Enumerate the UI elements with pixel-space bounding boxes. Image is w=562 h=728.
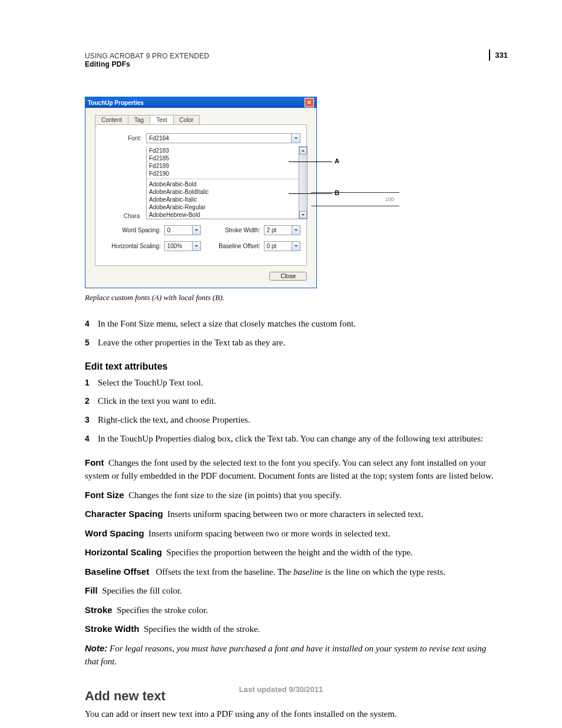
def-char-spacing: Character Spacing Inserts uniform spacin…: [85, 508, 498, 521]
callout-leader: [289, 193, 332, 194]
def-word-spacing: Word Spacing Inserts uniform spacing bet…: [85, 527, 498, 541]
def-baseline-offset: Baseline Offset Offsets the text from th…: [85, 565, 498, 579]
close-button[interactable]: Close: [269, 272, 307, 281]
close-icon[interactable]: ✕: [305, 98, 314, 107]
step-2: Click in the text you want to edit.: [85, 395, 498, 408]
step-4: In the Font Size menu, select a size tha…: [85, 318, 498, 331]
callout-leader: [289, 162, 332, 162]
tab-tag[interactable]: Tag: [128, 115, 150, 124]
char-label-fragment: Chara: [124, 213, 140, 219]
tab-strip: Content Tag Text Color: [95, 115, 316, 124]
def-font-size: Font Size Changes the font size to the s…: [85, 489, 498, 502]
list-item[interactable]: AdobeArabic-Italic: [147, 196, 307, 203]
footer-updated: Last updated 9/30/2011: [0, 685, 562, 694]
horizontal-scaling-label: Horizontal Scaling:: [101, 243, 164, 249]
chevron-down-icon[interactable]: [193, 241, 201, 251]
tab-text[interactable]: Text: [150, 115, 173, 124]
tab-content[interactable]: Content: [95, 115, 128, 124]
word-spacing-label: Word Spacing:: [101, 227, 164, 233]
stroke-width-label: Stroke Width:: [215, 227, 264, 233]
step-1: Select the TouchUp Text tool.: [85, 377, 498, 390]
font-dropdown[interactable]: Fd2183 Fd2185 Fd2189 Fd2190 AdobeArabic-…: [146, 147, 308, 219]
chevron-down-icon[interactable]: [292, 133, 300, 143]
hidden-value-100: 100: [385, 196, 394, 202]
def-fill: Fill Specifies the fill color.: [85, 584, 498, 598]
figure: TouchUp Properties ✕ Content Tag Text Co…: [85, 97, 338, 288]
baseline-offset-field[interactable]: 0 pt: [264, 241, 292, 251]
step-5: Leave the other properties in the Text t…: [85, 337, 498, 350]
chevron-down-icon[interactable]: [193, 225, 201, 235]
steps-edit-attributes: Select the TouchUp Text tool. Click in t…: [85, 377, 498, 446]
list-separator: [147, 179, 307, 179]
chevron-down-icon[interactable]: [299, 211, 307, 219]
callout-b: B: [335, 189, 339, 196]
stroke-width-field[interactable]: 2 pt: [264, 225, 292, 235]
heading-edit-text-attributes: Edit text attributes: [85, 361, 498, 372]
def-stroke: Stroke Specifies the stroke color.: [85, 604, 498, 617]
font-label: Font:: [101, 135, 146, 141]
dialog-title: TouchUp Properties: [88, 100, 144, 106]
tab-color[interactable]: Color: [173, 115, 200, 124]
list-item[interactable]: AdobeHebrew-Bold: [147, 211, 307, 219]
def-horizontal-scaling: Horizontal Scaling Specifies the proport…: [85, 546, 498, 559]
page-number: 331: [489, 50, 508, 61]
dialog-titlebar: TouchUp Properties ✕: [85, 97, 316, 108]
chevron-down-icon[interactable]: [292, 225, 300, 235]
note: Note: For legal reasons, you must have p…: [85, 642, 498, 668]
def-font: Font Changes the font used by the select…: [85, 456, 498, 483]
header-product: USING ACROBAT 9 PRO EXTENDED: [85, 52, 498, 60]
horizontal-scaling-field[interactable]: 100%: [164, 241, 193, 251]
word-spacing-field[interactable]: 0: [164, 225, 193, 235]
touchup-dialog: TouchUp Properties ✕ Content Tag Text Co…: [85, 97, 317, 288]
list-item[interactable]: Fd2189: [147, 162, 307, 170]
step-4: In the TouchUp Properties dialog box, cl…: [85, 433, 498, 446]
list-item[interactable]: AdobeArabic-BoldItalic: [147, 188, 307, 196]
list-item[interactable]: Fd2185: [147, 154, 307, 162]
list-item[interactable]: Fd2190: [147, 170, 307, 177]
list-item[interactable]: AdobeArabic-Regular: [147, 203, 307, 211]
header-section: Editing PDFs: [85, 60, 498, 68]
scrollbar[interactable]: [299, 146, 308, 219]
callout-a: A: [335, 157, 339, 164]
list-item[interactable]: AdobeArabic-Bold: [147, 180, 307, 188]
def-stroke-width: Stroke Width Specifies the width of the …: [85, 622, 498, 636]
step-3: Right-click the text, and choose Propert…: [85, 414, 498, 427]
obscured-panel-lines: 100: [311, 182, 405, 223]
figure-caption: Replace custom fonts (A) with local font…: [85, 293, 498, 302]
intro-add-new-text: You can add or insert new text into a PD…: [85, 707, 498, 721]
text-panel: Font: Fd2164 Fd2183 Fd2185 Fd2189 Fd21: [95, 124, 307, 266]
list-item[interactable]: Fd2183: [147, 147, 307, 154]
baseline-offset-label: Baseline Offset:: [215, 243, 264, 249]
chevron-up-icon[interactable]: [299, 147, 307, 154]
font-combo[interactable]: Fd2164: [146, 133, 292, 143]
steps-continued: In the Font Size menu, select a size tha…: [85, 318, 498, 350]
chevron-down-icon[interactable]: [292, 241, 300, 251]
